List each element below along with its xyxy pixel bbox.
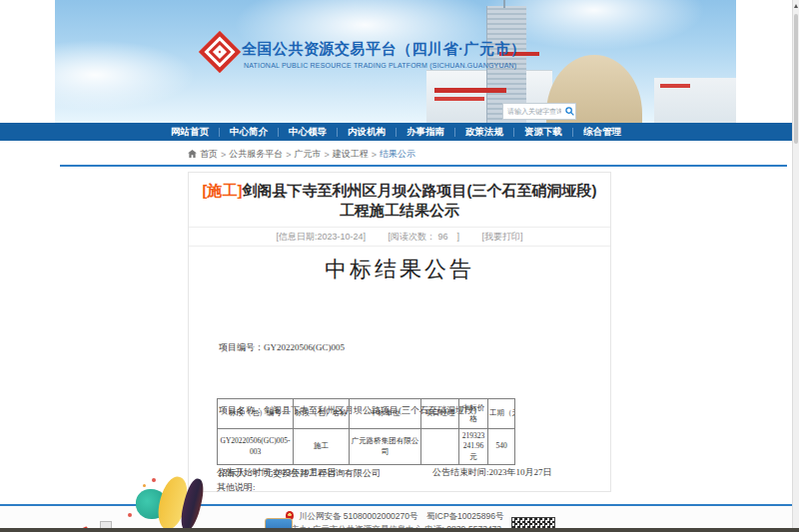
cloud-decoration [235, 0, 494, 70]
announcement-article: [施工]剑阁县下寺至利州区月坝公路项目(三个石至硝洞垭段)工程施工结果公示 [信… [188, 172, 611, 492]
breadcrumb-construction[interactable]: 建设工程 [333, 148, 369, 161]
beian-row: 川公网安备 51080002000270号 蜀ICP备10025896号 [0, 511, 792, 523]
cell-section-no: GY20220506(GC)005-003 [218, 429, 294, 465]
other-note: 其他说明: [217, 481, 256, 494]
scrollbar-thumb[interactable] [794, 14, 798, 144]
speck-decoration [128, 513, 132, 517]
page-viewport: 全国公共资源交易平台（四川省·广元市） NATIONAL PUBLIC RESO… [0, 0, 799, 532]
nav-item-center-leaders[interactable]: 中心领导 [279, 126, 337, 139]
info-date: [信息日期:2023-10-24] [276, 232, 366, 242]
cloud-decoration [55, 40, 195, 110]
col-winner: 中标单位 [350, 399, 421, 429]
breadcrumb-separator: > [286, 150, 291, 160]
speck-decoration [143, 484, 146, 487]
cell-duration: 540 [488, 429, 515, 465]
building-red-sign [660, 84, 690, 88]
breadcrumb-separator: > [372, 150, 377, 160]
building-red-sign [434, 97, 484, 101]
article-tag: [施工] [203, 182, 243, 199]
cell-manager [421, 429, 459, 465]
cell-winner: 广元路桥集团有限公司 [350, 429, 421, 465]
view-count: [阅读次数： 96 ] [389, 232, 460, 242]
breadcrumb-separator: > [221, 150, 226, 160]
article-title: [施工]剑阁县下寺至利州区月坝公路项目(三个石至硝洞垭段)工程施工结果公示 [201, 181, 598, 221]
site-title: 全国公共资源交易平台（四川省·广元市） [242, 40, 526, 59]
speck-decoration [152, 478, 156, 482]
col-price: 中标价格 [459, 399, 488, 429]
nav-item-center-intro[interactable]: 中心简介 [220, 126, 278, 139]
cell-section-name: 施工 [294, 429, 350, 465]
breadcrumb: 首页 > 公共服务平台 > 广元市 > 建设工程 > 结果公示 [188, 148, 415, 161]
breadcrumb-underline [60, 165, 787, 167]
breadcrumb-bar: 首页 > 公共服务平台 > 广元市 > 建设工程 > 结果公示 [55, 141, 792, 168]
breadcrumb-separator: > [325, 150, 330, 160]
nav-item-downloads[interactable]: 资源下载 [514, 126, 572, 139]
icp-beian-link[interactable]: 蜀ICP备10025896号 [426, 511, 504, 521]
nav-item-policies[interactable]: 政策法规 [455, 126, 513, 139]
nav-item-departments[interactable]: 内设机构 [338, 126, 396, 139]
breadcrumb-home[interactable]: 首页 [200, 148, 218, 161]
main-navigation: 网站首页 中心简介 中心领导 内设机构 办事指南 政策法规 资源下载 综合管理 [0, 123, 792, 141]
building-red-sign [434, 88, 506, 93]
search-button[interactable] [563, 104, 575, 119]
notice-title: 中标结果公告 [189, 255, 610, 284]
scroll-up-icon [794, 4, 798, 8]
print-link[interactable]: [我要打印] [482, 232, 523, 242]
table-row: GY20220506(GC)005-003 施工 广元路桥集团有限公司 2193… [218, 429, 515, 465]
publish-start-time: 公告开始时间:2023年10月25日 [217, 466, 337, 479]
site-banner: 全国公共资源交易平台（四川省·广元市） NATIONAL PUBLIC RESO… [55, 0, 736, 123]
nav-item-service-guide[interactable]: 办事指南 [397, 126, 454, 139]
table-header-row: 标段（包）编号 标段（包）名称 中标单位 项目经理 中标价格 工期（天） [218, 399, 515, 429]
publish-end-time: 公告结束时间:2023年10月27日 [432, 466, 552, 479]
platform-logo [199, 31, 241, 73]
nav-item-admin[interactable]: 综合管理 [573, 126, 631, 139]
breadcrumb-guangyuan[interactable]: 广元市 [295, 148, 322, 161]
article-title-text: 剑阁县下寺至利州区月坝公路项目(三个石至硝洞垭段)工程施工结果公示 [243, 182, 597, 219]
cell-price: 219323241.96元 [459, 429, 488, 465]
taskbar-edge [0, 528, 799, 532]
col-section-no: 标段（包）编号 [218, 399, 294, 429]
home-icon [188, 150, 197, 160]
bid-result-table: 标段（包）编号 标段（包）名称 中标单位 项目经理 中标价格 工期（天） GY2… [217, 398, 515, 465]
breadcrumb-service-platform[interactable]: 公共服务平台 [229, 148, 283, 161]
site-subtitle: NATIONAL PUBLIC RESOURCE TRADING PLATFOR… [244, 62, 516, 69]
nav-item-home[interactable]: 网站首页 [161, 126, 219, 139]
scroll-up-button[interactable] [793, 0, 799, 12]
breadcrumb-result-publicity: 结果公示 [380, 148, 415, 161]
col-manager: 项目经理 [421, 399, 459, 429]
search-input[interactable] [503, 108, 563, 115]
gongan-beian-link[interactable]: 川公网安备 51080002000270号 [299, 511, 418, 521]
vertical-scrollbar[interactable] [792, 0, 799, 532]
col-duration: 工期（天） [488, 399, 515, 429]
article-meta: [信息日期:2023-10-24] [阅读次数： 96 ] [我要打印] [189, 227, 610, 247]
building-antenna-graphic [503, 0, 505, 8]
field-project-no: 项目编号：GY20220506(GC)005 [219, 337, 476, 358]
search-box[interactable] [502, 103, 576, 120]
search-icon [565, 104, 574, 119]
col-section-name: 标段（包）名称 [294, 399, 350, 429]
